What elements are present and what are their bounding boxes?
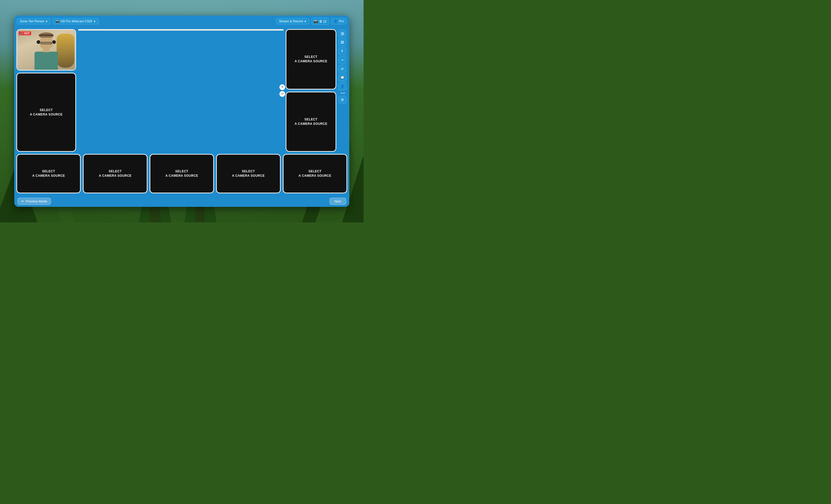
main-video-panel[interactable]: HD Pro Webcam C920 [78, 29, 284, 31]
camera-label: HD Pro Webcam C920 [60, 20, 92, 23]
bottom-camera-5[interactable]: SELECTA CAMERA SOURCE [283, 154, 347, 194]
icon-strip: ⊞ 🖼 🎙 ✦ ⇄ 💬 👤 zoom ⚙ [338, 29, 347, 152]
select-camera-text-right-top: SELECTA CAMERA SOURCE [295, 55, 327, 64]
stream-record-label: Stream & Record [279, 20, 303, 23]
participants-button[interactable]: 👤 [338, 83, 346, 90]
transitions-button[interactable]: ⇄ [338, 65, 346, 73]
zoom-layout-chevron: ▼ [46, 20, 48, 23]
camera-off-icon: 📷 [314, 19, 318, 23]
bottom-camera-row: SELECTA CAMERA SOURCE SELECTA CAMERA SOU… [14, 154, 349, 196]
app-window: Zoom Ten Person ▼ 📷 HD Pro Webcam C920 ▼… [14, 16, 349, 207]
select-camera-text-1: SELECTA CAMERA SOURCE [30, 108, 63, 117]
stream-record-button[interactable]: Stream & Record ▼ [276, 18, 309, 24]
camera-icon-small: 📷 [56, 20, 59, 23]
pencil-icon-bottom: ✏ [21, 199, 24, 203]
camera-chevron: ▼ [93, 20, 96, 23]
camera-toggle-button[interactable]: 📷 🖥 ⊡ [311, 18, 329, 25]
zoom-layout-label: Zoom Ten Person [20, 20, 45, 23]
preview-mode-button[interactable]: ✏ Preview Mode [18, 198, 51, 205]
bottom-camera-2[interactable]: SELECTA CAMERA SOURCE [83, 154, 147, 194]
bottom-camera-1[interactable]: SELECTA CAMERA SOURCE [17, 154, 81, 194]
pro-badge: 👤 Pro [331, 18, 347, 24]
new-label: New [335, 199, 341, 203]
preview-mode-label: Preview Mode [26, 199, 47, 203]
close-icon[interactable]: ✕ [280, 84, 285, 90]
audio-settings-button[interactable]: 🎙 [338, 47, 346, 55]
stream-chevron: ▼ [304, 20, 307, 23]
select-camera-text-b1: SELECTA CAMERA SOURCE [32, 169, 65, 178]
right-sidebar: SELECTA CAMERA SOURCE SELECTA CAMERA SOU… [286, 29, 336, 152]
camera-select-button[interactable]: 📷 HD Pro Webcam C920 ▼ [53, 18, 99, 24]
select-camera-text-b4: SELECTA CAMERA SOURCE [232, 169, 265, 178]
right-camera-panel-bottom[interactable]: SELECTA CAMERA SOURCE [286, 92, 336, 152]
out-label: OUT [24, 32, 30, 35]
monitor-icon: 🖥 [319, 19, 322, 23]
zoom-label-strip: zoom [338, 91, 347, 95]
user-icon: 👤 [334, 20, 338, 23]
center-video-container: HD Pro Webcam C920 ✕ ✏ [78, 29, 284, 152]
audio-out-badge: 🔊 OUT [19, 31, 31, 35]
crop-icon: ⊡ [323, 19, 326, 23]
chat-button[interactable]: 💬 [338, 74, 346, 82]
pro-label: Pro [339, 20, 344, 23]
toolbar: Zoom Ten Person ▼ 📷 HD Pro Webcam C920 ▼… [14, 16, 349, 27]
main-content: 🔊 OUT [14, 27, 349, 154]
preview-video-bg [17, 30, 75, 70]
select-camera-text-right-bottom: SELECTA CAMERA SOURCE [295, 117, 327, 126]
speaker-icon: 🔊 [20, 32, 23, 35]
select-camera-text-b3: SELECTA CAMERA SOURCE [165, 169, 198, 178]
bottom-camera-3[interactable]: SELECTA CAMERA SOURCE [150, 154, 214, 194]
preview-webcam-panel[interactable]: 🔊 OUT [17, 29, 76, 70]
bottom-camera-4[interactable]: SELECTA CAMERA SOURCE [216, 154, 281, 194]
settings-button[interactable]: ⚙ [338, 96, 346, 103]
new-button[interactable]: New [329, 198, 346, 205]
left-camera-panel-1[interactable]: SELECTA CAMERA SOURCE [17, 73, 76, 152]
select-camera-text-b2: SELECTA CAMERA SOURCE [99, 169, 132, 178]
right-camera-panel-top[interactable]: SELECTA CAMERA SOURCE [286, 29, 336, 90]
edit-icon[interactable]: ✏ [280, 91, 285, 97]
grid-layout-button[interactable]: ⊞ [338, 30, 346, 37]
effects-button[interactable]: ✦ [338, 56, 346, 64]
image-button[interactable]: 🖼 [338, 38, 346, 46]
video-edit-icons: ✕ ✏ [280, 84, 285, 97]
bottom-bar: ✏ Preview Mode New [14, 196, 349, 207]
left-column: 🔊 OUT [17, 29, 76, 152]
zoom-layout-button[interactable]: Zoom Ten Person ▼ [17, 18, 51, 24]
select-camera-text-b5: SELECTA CAMERA SOURCE [299, 169, 332, 178]
preview-person [32, 35, 60, 70]
